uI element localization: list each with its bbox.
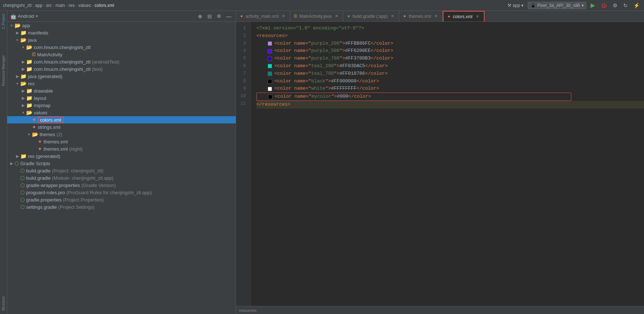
tree-label: gradle-wrapper.properties [26, 183, 80, 188]
run-button[interactable]: ▶ [589, 1, 596, 9]
tree-sublabel: (Project: chenjingshi_ztl) [52, 168, 104, 174]
tab-activity_main[interactable]: ✦ activity_main.xml ✕ [236, 11, 290, 21]
breadcrumb-project[interactable]: chenjingshi_ztl [3, 3, 32, 8]
tree-item-build.gradle.app[interactable]: ⬡build.gradle(Module: chenjingshi_ztl.ap… [7, 174, 236, 182]
panel-minimize-btn[interactable]: — [225, 13, 233, 20]
build-button[interactable]: ⚙ [611, 2, 619, 9]
device-selector[interactable]: 📱 Pixel_3a_API_30_x86 ▾ [528, 2, 586, 9]
android-dropdown-icon[interactable]: ▾ [36, 13, 38, 19]
breadcrumb-values[interactable]: values [78, 3, 91, 8]
tree-arrow: ▾ [15, 38, 20, 42]
tree-item-layout[interactable]: ▶📁layout [7, 94, 236, 102]
profile-button[interactable]: ⚡ [632, 2, 641, 9]
tree-item-gradle-wrapper[interactable]: ⬡gradle-wrapper.properties(Gradle Versio… [7, 182, 236, 189]
structure-side-label[interactable]: Structure [1, 295, 6, 313]
tree-item-build.gradle.project[interactable]: ⬡build.gradle(Project: chenjingshi_ztl) [7, 167, 236, 174]
tree-item-MainActivity[interactable]: ©MainActivity [7, 51, 236, 58]
tree-item-settings.gradle[interactable]: ⬡settings.gradle(Project Settings) [7, 203, 236, 211]
tab-close-colors.xml[interactable]: ✕ [475, 14, 480, 19]
folder-icon: 📂 [15, 23, 21, 28]
device-dropdown-icon: ▾ [582, 3, 584, 8]
breadcrumb-main[interactable]: main [56, 3, 65, 8]
tree-label: res (generated) [28, 154, 60, 159]
tree-item-drawable[interactable]: ▶📁drawable [7, 87, 236, 94]
color-swatch-7 [268, 72, 272, 76]
tree-item-themes.xml[interactable]: ✦themes.xml [7, 138, 236, 145]
tree-arrow: ▶ [20, 103, 26, 108]
tree-item-mipmap[interactable]: ▶📁mipmap [7, 102, 236, 109]
tree-item-com.hnucm.test[interactable]: ▶📁com.hnucm.chenjingshi_ztl(test) [7, 65, 236, 73]
tree-item-themes[interactable]: ▾📂themes(2) [7, 131, 236, 138]
tree-item-com.hnucm.android[interactable]: ▶📁com.hnucm.chenjingshi_ztl(androidTest) [7, 58, 236, 65]
line-num-7: 7 [239, 70, 246, 78]
tab-icon-colors.xml: ✦ [447, 14, 451, 19]
tree-item-values[interactable]: ▾📂values [7, 109, 236, 116]
folder-icon: 📂 [20, 81, 27, 86]
panel-layout-btn[interactable]: ⊟ [206, 13, 213, 20]
line-num-1: 1 [239, 25, 246, 32]
resource-manager-label[interactable]: Resource Manager [1, 54, 6, 87]
breadcrumb-sep-1: › [33, 3, 34, 8]
tree-item-com.hnucm.main[interactable]: ▾📂com.hnucm.chenjingshi_ztl [7, 44, 236, 51]
tab-label-activity_main: activity_main.xml [246, 14, 279, 19]
gradle-icon: ⬡ [20, 197, 25, 203]
tree-item-strings.xml[interactable]: ✦strings.xml [7, 123, 236, 131]
color-swatch-8 [268, 79, 272, 83]
code-editor[interactable]: 1234567891011 <?xml version="1.0" encodi… [236, 22, 644, 306]
tab-build.gradle[interactable]: ✦ build.gradle (:app) ✕ [343, 11, 400, 21]
line-num-2: 2 [239, 32, 246, 40]
breadcrumb-app[interactable]: app [35, 3, 42, 8]
breadcrumb-src[interactable]: src [46, 3, 52, 8]
panel-settings-btn[interactable]: ⚙ [215, 13, 223, 20]
code-line-4: <color name="purple_500">#FF6200EE</colo… [256, 47, 644, 55]
tree-label: values [34, 110, 48, 115]
proguard-icon: ⬡ [20, 189, 25, 195]
tree-item-manifests[interactable]: ▶📁manifests [7, 29, 236, 36]
tree-arrow: ▶ [20, 60, 26, 64]
sync-button[interactable]: ↻ [622, 2, 629, 9]
breadcrumb-res[interactable]: res [69, 3, 75, 8]
tree-sublabel: (test) [92, 66, 103, 72]
tree-item-java-gen[interactable]: ▶📁java (generated) [7, 73, 236, 80]
run-config-dropdown[interactable]: ⚒ app ▾ [506, 2, 525, 9]
panel-globe-btn[interactable]: ⊕ [197, 13, 204, 20]
tab-themes.xml[interactable]: ✦ themes.xml ✕ [399, 11, 442, 21]
tree-item-res[interactable]: ▾📂res [7, 80, 236, 87]
code-content[interactable]: <?xml version="1.0" encoding="utf-8"?><r… [251, 22, 644, 306]
tree-item-res-gen[interactable]: ▶📁res (generated) [7, 152, 236, 160]
tab-MainActivity[interactable]: © MainActivity.java ✕ [290, 11, 343, 21]
tree-item-gradle-scripts[interactable]: ▶⬡Gradle Scripts [7, 160, 236, 167]
tree-arrow: ▶ [20, 96, 26, 101]
project-side-label[interactable]: 1: Project [1, 12, 6, 30]
breadcrumb-file[interactable]: colors.xml [94, 3, 114, 8]
syn-tag: </resources> [256, 101, 291, 109]
color-swatch-9 [268, 87, 272, 91]
tree-sublabel: (2) [57, 132, 62, 137]
panel-header-icons: ⊕ ⊟ ⚙ — [197, 13, 233, 20]
color-swatch-4 [268, 49, 272, 53]
tree-item-proguard[interactable]: ⬡proguard-rules.pro(ProGuard Rules for c… [7, 189, 236, 196]
tree-label: java (generated) [28, 74, 62, 79]
tree-item-app[interactable]: ▾📂app [7, 22, 236, 29]
tab-close-MainActivity[interactable]: ✕ [334, 13, 339, 19]
tree-item-java[interactable]: ▾📂java [7, 36, 236, 44]
tab-icon-build.gradle: ✦ [347, 14, 351, 19]
tab-close-themes.xml[interactable]: ✕ [433, 13, 439, 19]
status-bar: resources [236, 306, 644, 314]
tab-close-build.gradle[interactable]: ✕ [390, 13, 395, 19]
tree-item-colors.xml[interactable]: ✦colors.xml [7, 116, 236, 123]
tab-icon-MainActivity: © [294, 14, 297, 19]
folder-icon: 📁 [20, 73, 27, 79]
line-num-6: 6 [239, 62, 246, 70]
color-swatch-5 [268, 57, 272, 61]
tree-sublabel: (Gradle Version) [81, 183, 116, 188]
tree-label: themes.xml [44, 146, 68, 152]
debug-button[interactable]: 🐞 [599, 2, 608, 9]
breadcrumb-sep-2: › [44, 3, 45, 8]
tree-item-themes.xml.night[interactable]: ✦themes.xml(night) [7, 145, 236, 152]
xml-icon: ✦ [38, 146, 42, 152]
tab-colors.xml[interactable]: ✦ colors.xml ✕ [443, 11, 485, 21]
tab-close-activity_main[interactable]: ✕ [281, 13, 286, 19]
tree-item-gradle.properties[interactable]: ⬡gradle.properties(Project Properties) [7, 196, 236, 203]
editor-area: ✦ activity_main.xml ✕ © MainActivity.jav… [236, 11, 644, 314]
